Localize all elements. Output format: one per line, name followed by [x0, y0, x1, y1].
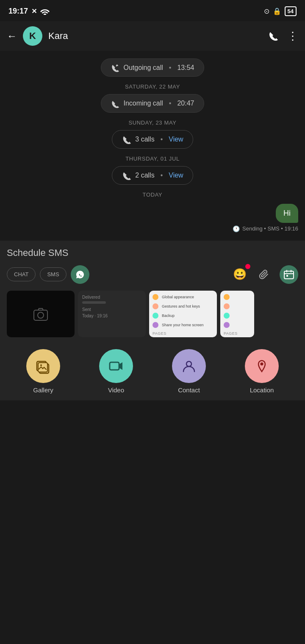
sent-message-text: Hi — [283, 209, 291, 217]
location-action[interactable]: Location — [245, 349, 279, 394]
battery-display: 54 — [285, 6, 297, 16]
wifi-icon — [40, 7, 50, 16]
svg-rect-7 — [38, 363, 47, 372]
svg-rect-9 — [110, 362, 119, 370]
multi-call-1-count: 3 calls — [135, 136, 154, 143]
header-actions: ⋮ — [268, 30, 298, 43]
attachment-actions-row: Gallery Video Contact — [7, 345, 298, 396]
outgoing-call-time: 13:54 — [177, 64, 194, 72]
multi-call-2-pill: 2 calls • View — [112, 166, 193, 185]
app-chips: CHAT SMS — [7, 265, 89, 284]
multi-call-2-count: 2 calls — [135, 172, 154, 179]
contact-name[interactable]: Kara — [48, 31, 262, 42]
lock-icon: 🔒 — [273, 7, 281, 15]
location-label: Location — [250, 386, 274, 394]
status-left: 19:17 ✕ — [8, 7, 50, 16]
outgoing-call-icon — [111, 63, 119, 72]
sent-message-row: Hi — [0, 204, 305, 223]
back-button[interactable]: ← — [7, 30, 17, 42]
settings-thumb[interactable]: Global appearance Gestures and hot keys … — [149, 291, 217, 337]
location-circle — [245, 349, 279, 383]
multi-call-2-bubble: 2 calls • View — [0, 166, 305, 185]
contact-circle — [172, 349, 206, 383]
incoming-call-bubble: Incoming call • 20:47 — [0, 94, 305, 112]
message-status-text: Sending • SMS • 19:16 — [242, 225, 298, 232]
contact-action[interactable]: Contact — [172, 349, 206, 394]
sent-time: Today · 19:16 — [82, 314, 141, 318]
bottom-panel: Schedule SMS CHAT SMS 😀 — [0, 241, 305, 400]
camera-icon — [32, 305, 49, 323]
svg-rect-2 — [286, 275, 288, 277]
signal-icon: ✕ — [31, 7, 37, 15]
camera-thumb[interactable] — [7, 291, 75, 337]
outgoing-call-pill: Outgoing call • 13:54 — [101, 58, 204, 77]
chat-chip[interactable]: CHAT — [7, 267, 36, 281]
sent-bubble: Hi — [276, 204, 298, 223]
more-options-button[interactable]: ⋮ — [287, 30, 298, 43]
multi-call-1-pill: 3 calls • View — [112, 130, 193, 149]
view-link-1[interactable]: View — [169, 136, 183, 143]
gallery-action[interactable]: Gallery — [26, 349, 60, 394]
gallery-label: Gallery — [33, 386, 53, 394]
settings-thumb-2[interactable]: PAGES — [220, 291, 254, 337]
delivered-label: Delivered — [82, 295, 141, 300]
contact-avatar[interactable]: K — [23, 26, 42, 46]
svg-rect-1 — [284, 271, 294, 279]
clock-icon: 🕐 — [233, 225, 240, 232]
svg-rect-10 — [110, 362, 119, 370]
incoming-call-icon — [111, 99, 119, 108]
gallery-circle — [26, 349, 60, 383]
incoming-call-label: Incoming call — [123, 100, 163, 107]
svg-point-8 — [40, 364, 42, 366]
sent-label: Sent — [82, 307, 141, 312]
phone-icon-1 — [122, 135, 131, 144]
chat-header: ← K Kara ⋮ — [0, 21, 305, 51]
date-separator-1: SATURDAY, 22 MAY — [0, 83, 305, 90]
attachment-thumbs: Delivered Sent Today · 19:16 Global appe… — [7, 291, 298, 337]
svg-point-12 — [261, 362, 263, 365]
video-label: Video — [108, 386, 124, 394]
time-display: 19:17 — [8, 7, 28, 16]
chat-area: Outgoing call • 13:54 SATURDAY, 22 MAY I… — [0, 51, 305, 241]
schedule-title: Schedule SMS — [7, 247, 298, 258]
message-status: 🕐 Sending • SMS • 19:16 — [0, 225, 305, 241]
sms-chip[interactable]: SMS — [40, 267, 66, 281]
status-right: ⊙ 🔒 54 — [264, 6, 297, 16]
chat-history-thumb[interactable]: Delivered Sent Today · 19:16 — [78, 291, 146, 337]
emoji-wrapper: 😀 — [230, 265, 249, 284]
incoming-call-pill: Incoming call • 20:47 — [101, 94, 204, 112]
call-button[interactable] — [268, 30, 280, 42]
status-bar: 19:17 ✕ ⊙ 🔒 54 — [0, 0, 305, 21]
contact-label: Contact — [178, 386, 200, 394]
video-circle — [99, 349, 133, 383]
svg-point-11 — [186, 361, 191, 366]
phone-icon-2 — [122, 171, 131, 180]
date-separator-3: THURSDAY, 01 JUL — [0, 155, 305, 162]
outgoing-call-label: Outgoing call — [123, 64, 163, 72]
whatsapp-chip[interactable] — [71, 265, 89, 284]
calendar-button[interactable] — [280, 265, 298, 284]
video-action[interactable]: Video — [99, 349, 133, 394]
app-row: CHAT SMS 😀 — [7, 265, 298, 284]
toolbar-actions: 😀 — [230, 265, 298, 284]
date-separator-2: SUNDAY, 23 MAY — [0, 119, 305, 126]
multi-call-1-bubble: 3 calls • View — [0, 130, 305, 149]
svg-point-4 — [38, 312, 44, 318]
notification-dot — [245, 264, 250, 269]
svg-rect-3 — [34, 310, 47, 320]
incoming-call-time: 20:47 — [177, 100, 194, 107]
attach-button[interactable] — [255, 265, 274, 284]
today-separator: TODAY — [0, 192, 305, 198]
outgoing-call-bubble: Outgoing call • 13:54 — [0, 58, 305, 77]
circle-icon: ⊙ — [264, 7, 269, 15]
view-link-2[interactable]: View — [169, 172, 183, 179]
